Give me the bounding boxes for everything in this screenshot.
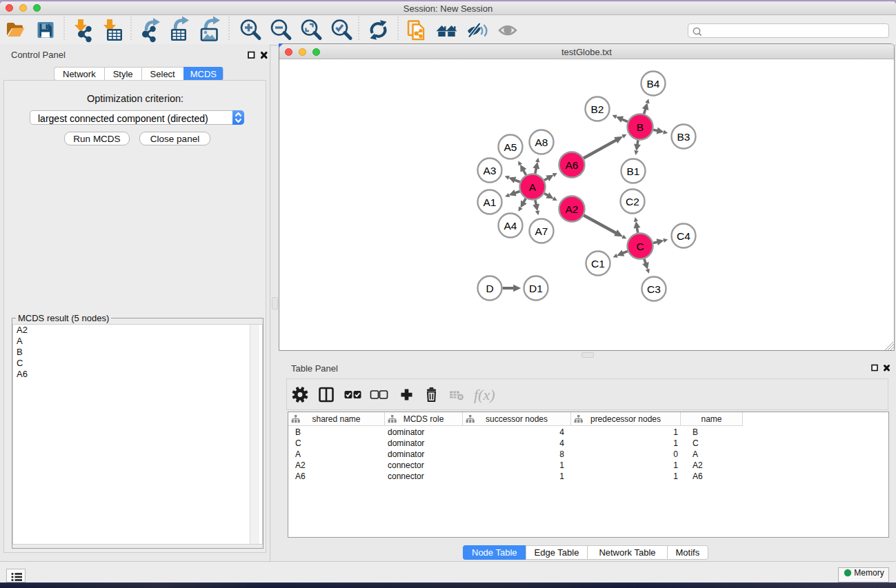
svg-text:D: D	[486, 283, 493, 294]
svg-text:D1: D1	[529, 283, 543, 294]
svg-text:A6: A6	[566, 159, 579, 171]
svg-text:C3: C3	[647, 283, 661, 295]
svg-text:B2: B2	[591, 103, 604, 115]
svg-text:B4: B4	[647, 78, 660, 90]
svg-text:A1: A1	[484, 196, 497, 208]
svg-text:B1: B1	[627, 165, 640, 177]
svg-text:A: A	[529, 181, 537, 193]
svg-text:f(x): f(x)	[474, 386, 495, 403]
svg-text:C1: C1	[591, 258, 605, 270]
svg-text:A2: A2	[566, 203, 579, 215]
svg-text:A7: A7	[535, 225, 548, 237]
svg-text:B: B	[637, 121, 644, 133]
svg-text:A4: A4	[504, 220, 517, 232]
svg-text:C: C	[636, 241, 644, 252]
svg-text:C2: C2	[626, 196, 639, 207]
svg-text:A3: A3	[484, 165, 497, 176]
svg-text:B3: B3	[677, 131, 690, 143]
svg-text:A5: A5	[504, 141, 517, 153]
svg-text:A8: A8	[535, 136, 548, 148]
svg-text:C4: C4	[677, 230, 690, 242]
